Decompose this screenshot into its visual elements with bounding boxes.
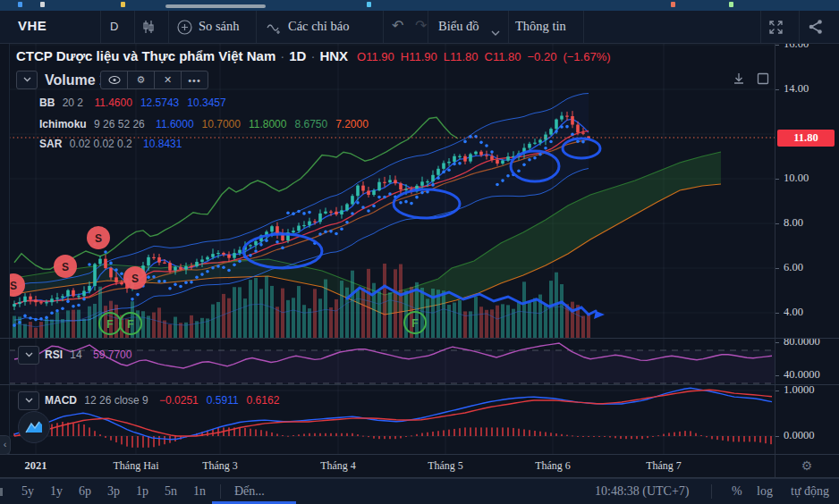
- range-button-5n[interactable]: 5n: [165, 484, 177, 499]
- left-gutter-divider: [9, 43, 10, 477]
- eye-icon[interactable]: [101, 71, 127, 88]
- macd-params: 12 26 close 9: [84, 394, 148, 407]
- bottom-toolbar: Đến... 10:48:38 (UTC+7) % log tự động 5y…: [0, 478, 839, 504]
- indicators-icon[interactable]: [267, 21, 283, 38]
- symbol-title: CTCP Dược liệu và Thực phẩm Việt Nam: [16, 48, 275, 63]
- sar-label: SAR: [39, 138, 62, 150]
- symbol-button[interactable]: VHE: [18, 18, 47, 33]
- range-button-3p[interactable]: 3p: [107, 484, 120, 499]
- sar-legend-row[interactable]: SAR 0.02 0.02 0.2 10.8431: [39, 138, 182, 150]
- chart-toolbar: VHE D So sánh Các chỉ báo ↶ ↷ Biểu đồ Th…: [0, 11, 839, 44]
- ohlc-value: (−1.67%): [563, 50, 610, 63]
- clock-label[interactable]: 10:48:38 (UTC+7): [595, 484, 690, 499]
- range-button-1y[interactable]: 1y: [50, 484, 63, 499]
- range-button-5y[interactable]: 5y: [21, 484, 34, 499]
- axis-settings-corner[interactable]: ⚙: [775, 454, 839, 477]
- compare-button[interactable]: So sánh: [199, 19, 240, 34]
- fullscreen-icon[interactable]: [767, 19, 784, 39]
- time-label: Tháng 5: [428, 459, 463, 473]
- redo-icon: ↷: [415, 17, 427, 34]
- sar-params: 0.02 0.02 0.2: [70, 138, 132, 150]
- svg-text:S: S: [95, 232, 102, 245]
- svg-text:F: F: [106, 318, 113, 331]
- indicator-value: 10.8431: [143, 138, 182, 150]
- chart-style-icon[interactable]: [141, 20, 156, 38]
- indicator-value: −0.0251: [159, 394, 199, 407]
- ohlc-values: O11.90H11.90L11.80C11.80−0.20(−1.67%): [357, 50, 616, 63]
- bb-legend-row[interactable]: BB 20 2 11.460012.574310.3457: [39, 97, 226, 109]
- range-button-1n[interactable]: 1n: [193, 484, 206, 499]
- indicators-button[interactable]: Các chỉ báo: [288, 19, 349, 34]
- price-axis[interactable]: 11.80 16.0014.0010.008.006.004.0080.0000…: [775, 39, 839, 477]
- last-price-badge: 11.80: [777, 130, 835, 147]
- volume-label: Volume: [45, 72, 96, 88]
- gear-icon[interactable]: ⚙: [801, 458, 813, 473]
- macd-scale-label: 0.0000: [784, 429, 814, 442]
- more-options-icon[interactable]: •••: [181, 71, 208, 88]
- sell-signal-badge[interactable]: S: [2, 273, 25, 297]
- indicator-value: 11.4600: [94, 97, 132, 109]
- interval-button[interactable]: D: [110, 20, 118, 33]
- time-label: 2021: [25, 459, 47, 473]
- time-label: Tháng 6: [535, 459, 571, 473]
- bb-params: 20 2: [63, 97, 83, 109]
- ohlc-value: L11.80: [444, 50, 479, 63]
- maximize-pane-icon[interactable]: [756, 71, 770, 89]
- indicator-value: 7.2000: [335, 118, 369, 130]
- chart-menu-button[interactable]: Biểu đồ: [438, 19, 479, 34]
- price-label: 8.00: [784, 216, 803, 230]
- header-exchange: HNX: [319, 48, 348, 63]
- macd-scale-label: 1.0000: [784, 383, 814, 397]
- move-pane-down-icon[interactable]: [732, 71, 746, 89]
- compare-plus-icon[interactable]: [177, 20, 192, 38]
- percent-scale-button[interactable]: %: [732, 484, 742, 499]
- chevron-down-icon: [491, 24, 500, 40]
- info-button[interactable]: Thông tin: [515, 19, 566, 34]
- auto-scale-button[interactable]: tự động: [791, 484, 829, 499]
- rsi-params: 14: [70, 349, 81, 361]
- sell-signal-badge[interactable]: S: [54, 255, 77, 278]
- range-button-1p[interactable]: 1p: [136, 484, 148, 499]
- log-scale-button[interactable]: log: [757, 484, 773, 499]
- bb-label: BB: [39, 97, 55, 109]
- ohlc-value: C11.80: [485, 50, 521, 63]
- price-label: 10.00: [784, 172, 809, 185]
- indicator-value: 11.8000: [249, 118, 287, 130]
- trading-chart-window: { "toolbar": { "symbol": "VHE", "interva…: [0, 0, 839, 504]
- rsi-scale-label: 40.0000: [784, 368, 820, 382]
- ichimoku-legend-row[interactable]: Ichimoku 9 26 52 26 11.600010.700011.800…: [39, 118, 369, 130]
- time-label: Tháng 4: [320, 459, 356, 473]
- indicator-value: 8.6750: [294, 118, 327, 130]
- indicator-value: 11.6000: [156, 118, 194, 130]
- svg-text:S: S: [10, 280, 17, 292]
- indicator-value: 10.7000: [202, 118, 241, 130]
- price-label: 14.00: [784, 82, 809, 96]
- macd-collapse-chevron[interactable]: [18, 391, 39, 410]
- indicator-value: 0.5911: [207, 394, 239, 407]
- range-button-6p[interactable]: 6p: [79, 484, 91, 499]
- indicator-value: 0.6162: [247, 394, 280, 407]
- close-icon[interactable]: ✕: [154, 71, 181, 88]
- ichimoku-params: 9 26 52 26: [94, 118, 145, 130]
- time-label: Tháng Hai: [114, 459, 159, 473]
- platform-logo[interactable]: [18, 411, 50, 443]
- sell-signal-badge[interactable]: S: [123, 266, 147, 290]
- rsi-label: RSI: [45, 349, 63, 361]
- goto-date-button[interactable]: Đến...: [234, 484, 265, 499]
- pane-divider-rsi[interactable]: [0, 338, 839, 339]
- pane-divider-timeaxis: [0, 454, 839, 455]
- undo-icon[interactable]: ↶: [392, 17, 403, 34]
- collapse-panel-arrow[interactable]: ‹: [0, 435, 11, 455]
- gear-icon[interactable]: ⚙: [127, 71, 154, 88]
- svg-text:F: F: [411, 317, 418, 330]
- volume-collapse-chevron[interactable]: [16, 71, 38, 89]
- time-axis[interactable]: 2021Tháng HaiTháng 3Tháng 4Tháng 5Tháng …: [0, 454, 775, 477]
- pane-divider-macd[interactable]: [0, 384, 839, 385]
- macd-label: MACD: [45, 394, 77, 407]
- ohlc-value: O11.90: [357, 50, 394, 63]
- rsi-collapse-chevron[interactable]: [18, 346, 39, 365]
- header-interval: 1D: [289, 48, 306, 63]
- share-icon[interactable]: [808, 19, 824, 38]
- sell-signal-badge[interactable]: S: [87, 226, 110, 249]
- bottom-left-mark: [0, 488, 3, 496]
